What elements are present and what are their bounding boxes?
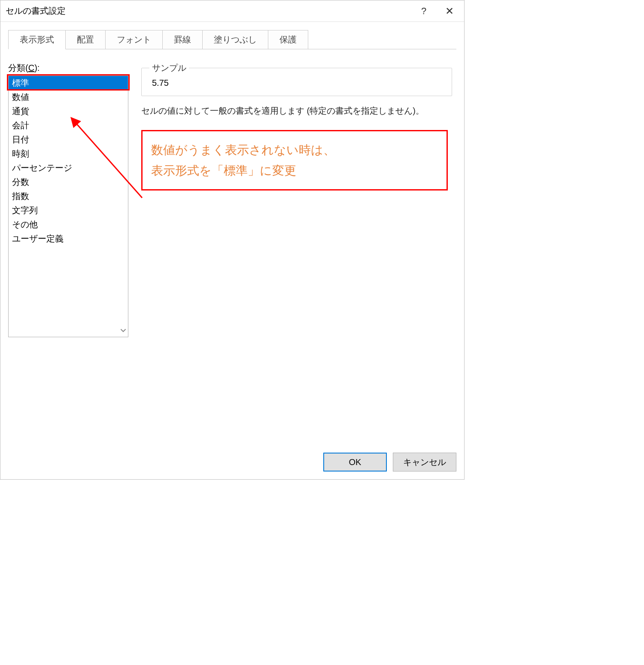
list-item-date[interactable]: 日付 bbox=[9, 133, 128, 147]
detail-column: サンプル 5.75 セルの値に対して一般の書式を適用します (特定の書式を指定し… bbox=[141, 62, 456, 447]
list-item-text[interactable]: 文字列 bbox=[9, 203, 128, 218]
list-item-scientific[interactable]: 指数 bbox=[9, 189, 128, 203]
tab-font[interactable]: フォント bbox=[106, 30, 163, 49]
list-item-standard[interactable]: 標準 bbox=[9, 76, 128, 90]
dialog-buttons: OK キャンセル bbox=[0, 447, 464, 479]
content-area: 表示形式 配置 フォント 罫線 塗りつぶし 保護 分類(C): 標準 数値 通貨… bbox=[0, 22, 464, 447]
tab-strip: 表示形式 配置 フォント 罫線 塗りつぶし 保護 bbox=[8, 30, 456, 49]
category-label: 分類(C): bbox=[8, 62, 128, 74]
list-item-fraction[interactable]: 分数 bbox=[9, 175, 128, 189]
category-column: 分類(C): 標準 数値 通貨 会計 日付 時刻 パーセンテージ 分数 指数 文 bbox=[8, 62, 128, 447]
cancel-button[interactable]: キャンセル bbox=[393, 453, 456, 472]
list-item-number[interactable]: 数値 bbox=[9, 90, 128, 104]
sample-group: サンプル 5.75 bbox=[141, 62, 452, 96]
sample-legend: サンプル bbox=[149, 62, 189, 74]
close-icon: ✕ bbox=[445, 5, 454, 17]
category-listbox[interactable]: 標準 数値 通貨 会計 日付 時刻 パーセンテージ 分数 指数 文字列 その他 … bbox=[8, 76, 128, 337]
format-cells-dialog: セルの書式設定 ? ✕ 表示形式 配置 フォント 罫線 塗りつぶし 保護 分類(… bbox=[0, 0, 465, 480]
ok-button[interactable]: OK bbox=[323, 453, 387, 472]
close-button[interactable]: ✕ bbox=[437, 1, 462, 21]
tab-panel-number-format: 分類(C): 標準 数値 通貨 会計 日付 時刻 パーセンテージ 分数 指数 文 bbox=[8, 49, 456, 447]
category-listbox-wrap: 標準 数値 通貨 会計 日付 時刻 パーセンテージ 分数 指数 文字列 その他 … bbox=[8, 76, 128, 337]
format-description: セルの値に対して一般の書式を適用します (特定の書式を指定しません)。 bbox=[141, 104, 452, 118]
list-item-time[interactable]: 時刻 bbox=[9, 147, 128, 161]
help-button[interactable]: ? bbox=[411, 1, 437, 21]
list-item-accounting[interactable]: 会計 bbox=[9, 118, 128, 133]
help-icon: ? bbox=[421, 6, 426, 17]
titlebar-controls: ? ✕ bbox=[411, 1, 462, 21]
list-item-special[interactable]: その他 bbox=[9, 218, 128, 232]
tab-protection[interactable]: 保護 bbox=[268, 30, 308, 49]
dialog-title: セルの書式設定 bbox=[6, 5, 66, 17]
list-item-percentage[interactable]: パーセンテージ bbox=[9, 161, 128, 175]
list-item-custom[interactable]: ユーザー定義 bbox=[9, 232, 128, 246]
callout-line-2: 表示形式を「標準」に変更 bbox=[151, 160, 438, 181]
list-item-currency[interactable]: 通貨 bbox=[9, 104, 128, 118]
sample-value: 5.75 bbox=[149, 78, 444, 88]
tab-fill[interactable]: 塗りつぶし bbox=[203, 30, 268, 49]
tab-number-format[interactable]: 表示形式 bbox=[8, 30, 66, 49]
tab-alignment[interactable]: 配置 bbox=[66, 30, 106, 49]
annotation-callout: 数値がうまく表示されない時は、 表示形式を「標準」に変更 bbox=[141, 130, 448, 190]
titlebar: セルの書式設定 ? ✕ bbox=[0, 0, 464, 22]
callout-line-1: 数値がうまく表示されない時は、 bbox=[151, 140, 438, 160]
tab-border[interactable]: 罫線 bbox=[163, 30, 203, 49]
